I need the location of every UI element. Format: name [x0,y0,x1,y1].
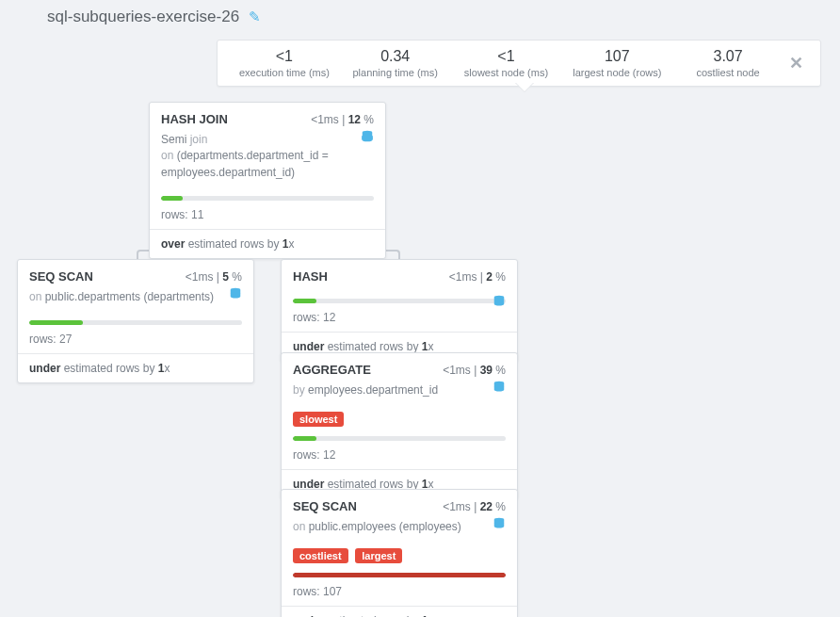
stat-label: slowest node (ms) [451,67,562,78]
database-icon [493,381,506,394]
node-header: SEQ SCAN <1ms | 5 % [18,260,253,289]
node-description: by employees.department_id [293,382,506,398]
database-icon [493,517,506,530]
badge-largest: largest [355,548,402,563]
node-metrics: <1ms | 22 % [443,500,506,513]
node-bar [18,313,253,329]
close-icon[interactable]: ✕ [783,53,809,73]
stat-value: <1 [451,48,562,65]
node-title: SEQ SCAN [293,499,357,513]
stat-costliest-node: 3.07 costliest node [672,48,783,78]
node-rows: rows: 12 [282,307,517,332]
stat-value: <1 [229,48,340,65]
node-metrics: <1ms | 2 % [449,270,506,284]
database-icon [493,295,506,308]
stat-label: execution time (ms) [229,67,340,78]
stat-value: 107 [561,48,672,65]
node-rows: rows: 27 [18,329,253,353]
stat-value: 3.07 [672,48,783,65]
node-bar [282,297,517,307]
stat-planning-time: 0.34 planning time (ms) [340,48,451,78]
node-description: on public.employees (employees) [293,519,506,535]
node-metrics: <1ms | 5 % [186,270,242,284]
node-footer: under estimated rows by 1x [18,353,253,382]
node-header: AGGREGATE <1ms | 39 % [282,353,517,382]
node-metrics: <1ms | 39 % [443,364,506,377]
node-rows: rows: 12 [282,445,517,469]
node-badges: costliest largest [282,543,517,565]
node-hash-join[interactable]: HASH JOIN <1ms | 12 % Semi join on (depa… [149,102,386,259]
node-title: HASH [293,269,328,284]
database-icon [229,287,242,300]
node-title: SEQ SCAN [29,269,93,284]
stat-label: largest node (rows) [561,67,672,78]
stat-value: 0.34 [340,48,451,65]
stat-slowest-node: <1 slowest node (ms) [451,48,562,78]
node-body: Semi join on (departments.department_id … [150,132,385,188]
page-title-row: sql-subqueries-exercise-26 ✎ [47,8,261,26]
node-body: on public.employees (employees) [282,519,517,543]
database-icon [361,130,374,143]
node-header: HASH JOIN <1ms | 12 % [150,103,385,132]
node-body [282,289,517,297]
stat-largest-node: 107 largest node (rows) [561,48,672,78]
node-seq-scan-employees[interactable]: SEQ SCAN <1ms | 22 % on public.employees… [281,489,518,617]
node-description: Semi join on (departments.department_id … [161,132,374,181]
node-body: by employees.department_id [282,382,517,406]
stats-pointer [516,83,533,91]
node-rows: rows: 11 [150,204,385,229]
node-badges: slowest [282,406,517,429]
node-bar [282,565,517,581]
node-description: on public.departments (departments) [29,289,242,305]
node-footer: over estimated rows by 1x [150,229,385,258]
node-bar [282,429,517,445]
node-title: HASH JOIN [161,112,228,126]
node-footer: under estimated rows by 1x [282,606,517,617]
stat-execution-time: <1 execution time (ms) [229,48,340,78]
badge-slowest: slowest [293,412,344,427]
node-header: HASH <1ms | 2 % [282,260,517,289]
stats-bar: <1 execution time (ms) 0.34 planning tim… [217,40,821,87]
stat-label: planning time (ms) [340,67,451,78]
node-title: AGGREGATE [293,363,371,377]
node-aggregate[interactable]: AGGREGATE <1ms | 39 % by employees.depar… [281,352,518,499]
badge-costliest: costliest [293,548,348,563]
node-body: on public.departments (departments) [18,289,253,313]
node-hash[interactable]: HASH <1ms | 2 % rows: 12 under estimated… [281,259,518,362]
node-metrics: <1ms | 12 % [311,113,374,126]
node-header: SEQ SCAN <1ms | 22 % [282,490,517,519]
node-rows: rows: 107 [282,581,517,606]
node-seq-scan-departments[interactable]: SEQ SCAN <1ms | 5 % on public.department… [17,259,254,383]
node-bar [150,188,385,204]
page-title: sql-subqueries-exercise-26 [47,8,239,26]
stat-label: costliest node [672,67,783,78]
edit-icon[interactable]: ✎ [249,8,261,25]
